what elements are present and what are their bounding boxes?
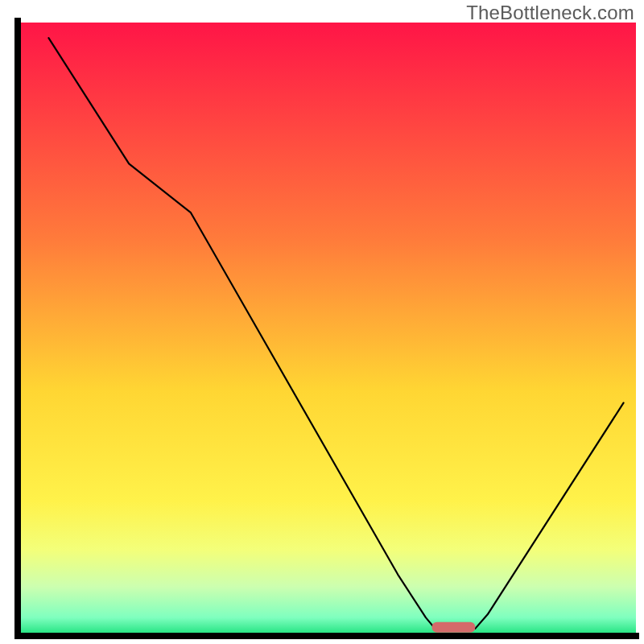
chart-svg — [0, 0, 644, 644]
optimal-marker — [432, 622, 476, 633]
bottleneck-chart: TheBottleneck.com — [0, 0, 644, 644]
plot-background — [18, 23, 636, 636]
watermark-text: TheBottleneck.com — [466, 2, 634, 24]
